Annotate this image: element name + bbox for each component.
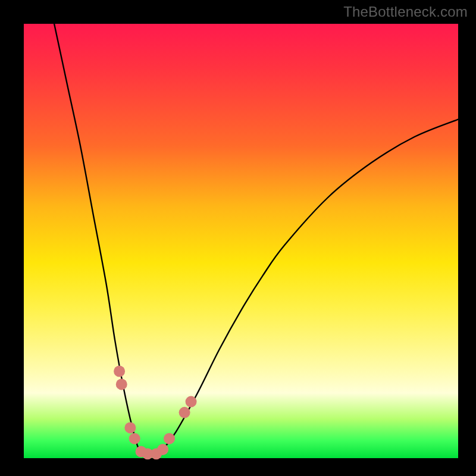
left-threshold-4	[129, 433, 140, 444]
right-threshold-2	[179, 407, 190, 418]
bottleneck-curve	[54, 24, 458, 457]
chart-frame: TheBottleneck.com	[0, 0, 476, 476]
right-threshold-3	[186, 396, 197, 408]
watermark-text: TheBottleneck.com	[343, 4, 468, 20]
curve-markers	[114, 366, 196, 460]
right-threshold-1	[164, 433, 175, 444]
chart-svg	[24, 24, 458, 458]
left-threshold-2	[116, 378, 127, 390]
left-threshold-3	[124, 422, 136, 433]
left-threshold-1	[114, 366, 125, 377]
trough-4	[157, 444, 168, 455]
